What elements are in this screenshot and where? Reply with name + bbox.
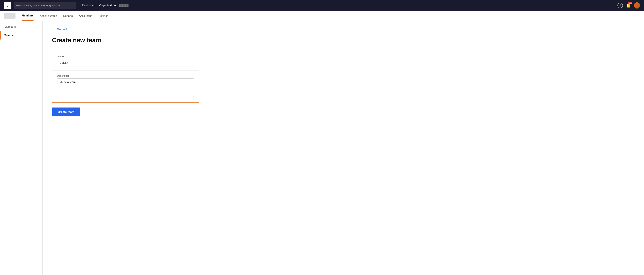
form-container: Name Description My new team (52, 51, 199, 103)
notification-badge: 131 (628, 2, 632, 4)
notification-button[interactable]: 🔔 131 (626, 3, 631, 8)
back-arrow-icon: ← (52, 27, 56, 31)
nav-right: ? 🔔 131 (618, 2, 640, 8)
organization-link[interactable]: Organization (98, 3, 118, 8)
description-section: Description My new team (52, 70, 199, 102)
description-label: Description (57, 74, 194, 77)
search-dropdown-button[interactable]: ▾ (72, 4, 74, 7)
help-icon[interactable]: ? (618, 3, 623, 8)
sidebar-item-teams[interactable]: Teams (0, 31, 42, 40)
sidebar-item-members[interactable]: Members (0, 22, 42, 31)
sidebar-item-teams-label: Teams (4, 34, 13, 37)
logo-button[interactable]: b (4, 2, 11, 9)
dashboard-link[interactable]: Dashboard (80, 3, 97, 8)
name-label: Name (57, 55, 194, 58)
tab-accounting[interactable]: Accounting (79, 11, 92, 20)
org-sub-label: ▓▓▓▓▓ (119, 4, 128, 7)
org-logo (4, 13, 16, 18)
main-layout: Members Teams ← Go back Create new team … (0, 21, 644, 275)
top-nav: b Go to Security Program or Engagement ▾… (0, 0, 644, 11)
search-divider (71, 4, 71, 7)
avatar[interactable] (634, 2, 640, 8)
create-team-button[interactable]: Create team (52, 108, 80, 116)
go-back-button[interactable]: ← Go back (52, 27, 68, 31)
go-back-label: Go back (57, 28, 68, 31)
logo-icon: b (4, 2, 11, 9)
sidebar-item-members-label: Members (4, 25, 16, 28)
tab-members[interactable]: Members (22, 11, 34, 21)
search-input-text: Go to Security Program or Engagement (16, 4, 69, 7)
tab-reports[interactable]: Reports (63, 11, 73, 20)
sidebar: Members Teams (0, 21, 42, 275)
description-input[interactable]: My new team (57, 78, 194, 98)
secondary-nav: Members Attack surface Reports Accountin… (0, 11, 644, 21)
name-input[interactable] (57, 59, 194, 66)
main-content: ← Go back Create new team Name Descripti… (42, 21, 644, 275)
nav-links: Dashboard Organization ▓▓▓▓▓ (80, 3, 128, 8)
search-bar: Go to Security Program or Engagement ▾ (14, 2, 76, 9)
name-section: Name (52, 51, 199, 70)
page-title: Create new team (52, 36, 635, 44)
tab-attack-surface[interactable]: Attack surface (40, 11, 57, 20)
tab-settings[interactable]: Settings (98, 11, 108, 20)
